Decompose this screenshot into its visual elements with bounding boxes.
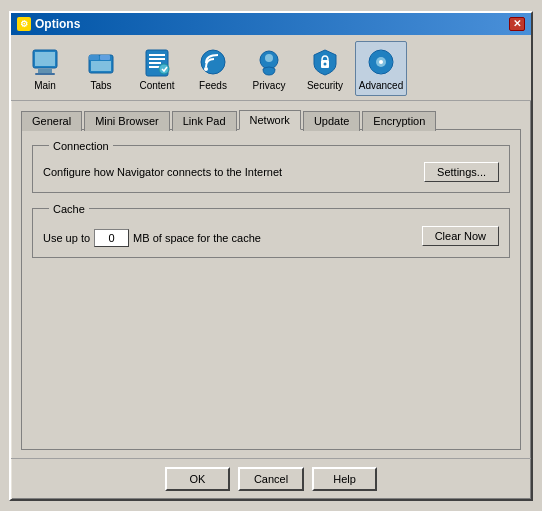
window-title: Options bbox=[35, 17, 80, 31]
svg-point-13 bbox=[159, 64, 169, 74]
tabs-label: Tabs bbox=[90, 80, 111, 91]
settings-button[interactable]: Settings... bbox=[424, 162, 499, 182]
advanced-label: Advanced bbox=[359, 80, 403, 91]
security-icon bbox=[309, 46, 341, 78]
privacy-icon bbox=[253, 46, 285, 78]
cancel-button[interactable]: Cancel bbox=[238, 467, 304, 491]
svg-rect-2 bbox=[38, 69, 52, 73]
security-label: Security bbox=[307, 80, 343, 91]
help-button[interactable]: Help bbox=[312, 467, 377, 491]
svg-rect-9 bbox=[149, 54, 165, 56]
tab-encryption[interactable]: Encryption bbox=[362, 111, 436, 131]
svg-rect-23 bbox=[380, 50, 382, 54]
svg-rect-11 bbox=[149, 62, 161, 64]
main-icon bbox=[29, 46, 61, 78]
cache-prefix: Use up to bbox=[43, 232, 90, 244]
tab-mini-browser[interactable]: Mini Browser bbox=[84, 111, 170, 131]
svg-rect-10 bbox=[149, 58, 165, 60]
main-label: Main bbox=[34, 80, 56, 91]
svg-point-17 bbox=[265, 54, 273, 62]
svg-rect-7 bbox=[91, 61, 111, 71]
toolbar-item-feeds[interactable]: Feeds bbox=[187, 41, 239, 96]
connection-row: Configure how Navigator connects to the … bbox=[43, 162, 499, 182]
cache-row: Use up to MB of space for the cache Clea… bbox=[43, 225, 499, 247]
svg-point-15 bbox=[204, 67, 208, 71]
titlebar-title: ⚙ Options bbox=[17, 17, 80, 31]
toolbar-item-security[interactable]: Security bbox=[299, 41, 351, 96]
options-window: ⚙ Options ✕ Main bbox=[9, 11, 533, 501]
tab-content-network: Connection Configure how Navigator conne… bbox=[21, 130, 521, 450]
svg-rect-25 bbox=[369, 61, 373, 63]
tab-link-pad[interactable]: Link Pad bbox=[172, 111, 237, 131]
cache-input-row: Use up to MB of space for the cache bbox=[43, 229, 261, 247]
feeds-label: Feeds bbox=[199, 80, 227, 91]
svg-rect-26 bbox=[389, 61, 393, 63]
connection-description: Configure how Navigator connects to the … bbox=[43, 166, 282, 178]
toolbar-item-main[interactable]: Main bbox=[19, 41, 71, 96]
svg-point-19 bbox=[324, 62, 327, 65]
svg-rect-6 bbox=[100, 55, 110, 60]
titlebar: ⚙ Options ✕ bbox=[11, 13, 531, 35]
content-label: Content bbox=[139, 80, 174, 91]
cache-suffix: MB of space for the cache bbox=[133, 232, 261, 244]
advanced-icon bbox=[365, 46, 397, 78]
svg-rect-24 bbox=[380, 70, 382, 74]
cache-fieldset: Cache Use up to MB of space for the cach… bbox=[32, 203, 510, 258]
content-area: General Mini Browser Link Pad Network Up… bbox=[11, 101, 531, 458]
tabs-icon bbox=[85, 46, 117, 78]
close-button[interactable]: ✕ bbox=[509, 17, 525, 31]
bottom-bar: OK Cancel Help bbox=[11, 458, 531, 499]
window-icon: ⚙ bbox=[17, 17, 31, 31]
cache-legend: Cache bbox=[49, 203, 89, 215]
svg-rect-5 bbox=[89, 55, 99, 60]
tab-update[interactable]: Update bbox=[303, 111, 360, 131]
svg-point-22 bbox=[379, 60, 383, 64]
tab-network[interactable]: Network bbox=[239, 110, 301, 130]
cache-value-input[interactable] bbox=[94, 229, 129, 247]
connection-legend: Connection bbox=[49, 140, 113, 152]
toolbar-item-content[interactable]: Content bbox=[131, 41, 183, 96]
toolbar-item-privacy[interactable]: Privacy bbox=[243, 41, 295, 96]
toolbar-item-advanced[interactable]: Advanced bbox=[355, 41, 407, 96]
connection-fieldset: Connection Configure how Navigator conne… bbox=[32, 140, 510, 193]
toolbar-item-tabs[interactable]: Tabs bbox=[75, 41, 127, 96]
content-icon bbox=[141, 46, 173, 78]
privacy-label: Privacy bbox=[253, 80, 286, 91]
svg-rect-3 bbox=[35, 73, 55, 75]
ok-button[interactable]: OK bbox=[165, 467, 230, 491]
toolbar: Main Tabs bbox=[11, 35, 531, 101]
clear-now-button[interactable]: Clear Now bbox=[422, 226, 499, 246]
tab-general[interactable]: General bbox=[21, 111, 82, 131]
tabs-row: General Mini Browser Link Pad Network Up… bbox=[21, 109, 521, 130]
svg-rect-1 bbox=[35, 52, 55, 66]
feeds-icon bbox=[197, 46, 229, 78]
